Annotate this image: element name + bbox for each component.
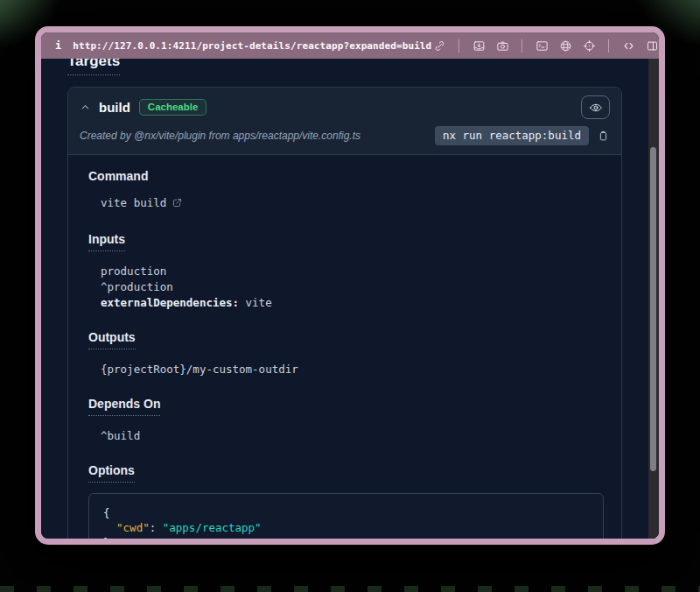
options-heading: Options <box>88 463 135 483</box>
code-line: } <box>103 535 589 539</box>
inputs-heading: Inputs <box>88 232 125 251</box>
terminal-icon[interactable] <box>534 38 550 53</box>
cacheable-badge: Cacheable <box>139 99 207 116</box>
run-command-chip: nx run reactapp:build <box>435 126 589 145</box>
input-item: externalDependencies: vite <box>88 295 604 311</box>
build-target-name[interactable]: build <box>99 100 130 115</box>
address-url[interactable]: http://127.0.0.1:4211/project-details/re… <box>73 40 431 52</box>
eye-icon[interactable] <box>581 95 610 119</box>
depends-on-heading: Depends On <box>88 397 160 416</box>
titlebar-divider <box>458 39 459 53</box>
output-item: {projectRoot}/my-custom-outdir <box>88 362 604 377</box>
outputs-heading: Outputs <box>88 330 136 349</box>
globe-icon[interactable] <box>557 38 573 53</box>
depends-on-item: ^build <box>88 428 604 444</box>
split-columns-icon[interactable] <box>644 38 660 53</box>
created-by-text: Created by @nx/vite/plugin from apps/rea… <box>80 130 360 142</box>
options-code-block: { "cwd": "apps/reactapp" } <box>88 493 604 539</box>
scrollbar-track[interactable] <box>648 59 659 539</box>
code-line: { <box>103 505 589 520</box>
titlebar-actions <box>431 38 660 53</box>
command-heading: Command <box>88 169 148 183</box>
titlebar-divider <box>608 39 609 53</box>
browser-window: i http://127.0.0.1:4211/project-details/… <box>35 26 665 545</box>
code-brackets-icon[interactable] <box>620 38 636 53</box>
copy-icon[interactable] <box>597 130 610 143</box>
crosshair-icon[interactable] <box>581 38 597 53</box>
chevron-up-icon[interactable] <box>80 102 91 113</box>
input-item: ^production <box>88 279 604 295</box>
build-card-body: Command vite build Inputs production ^pr… <box>68 155 621 539</box>
titlebar-divider <box>522 39 522 53</box>
link-icon[interactable] <box>431 38 447 53</box>
camera-icon[interactable] <box>494 38 510 53</box>
code-line: "cwd": "apps/reactapp" <box>103 520 589 535</box>
build-card-header: build Cacheable Created by @nx/vite/plug… <box>68 88 621 155</box>
build-target-card: build Cacheable Created by @nx/vite/plug… <box>67 87 622 539</box>
command-value: vite build <box>101 196 166 209</box>
titlebar: i http://127.0.0.1:4211/project-details/… <box>41 32 659 59</box>
external-link-icon[interactable] <box>172 197 183 213</box>
scrollbar-thumb[interactable] <box>650 147 656 471</box>
targets-heading: Targets <box>67 59 120 75</box>
info-icon: i <box>55 39 61 52</box>
page-content: Targets build Cacheable <box>41 59 659 539</box>
tray-download-icon[interactable] <box>471 38 486 53</box>
input-item: production <box>88 264 604 279</box>
